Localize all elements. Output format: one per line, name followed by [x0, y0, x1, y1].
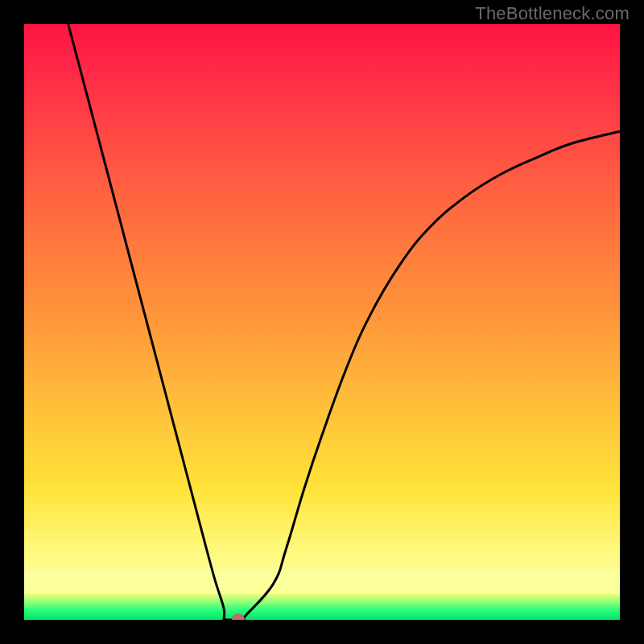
chart-frame: TheBottleneck.com [0, 0, 644, 644]
chart-curve-svg [24, 24, 620, 620]
watermark-text: TheBottleneck.com [475, 3, 630, 24]
plot-area [24, 24, 620, 620]
bottleneck-curve [68, 24, 620, 620]
